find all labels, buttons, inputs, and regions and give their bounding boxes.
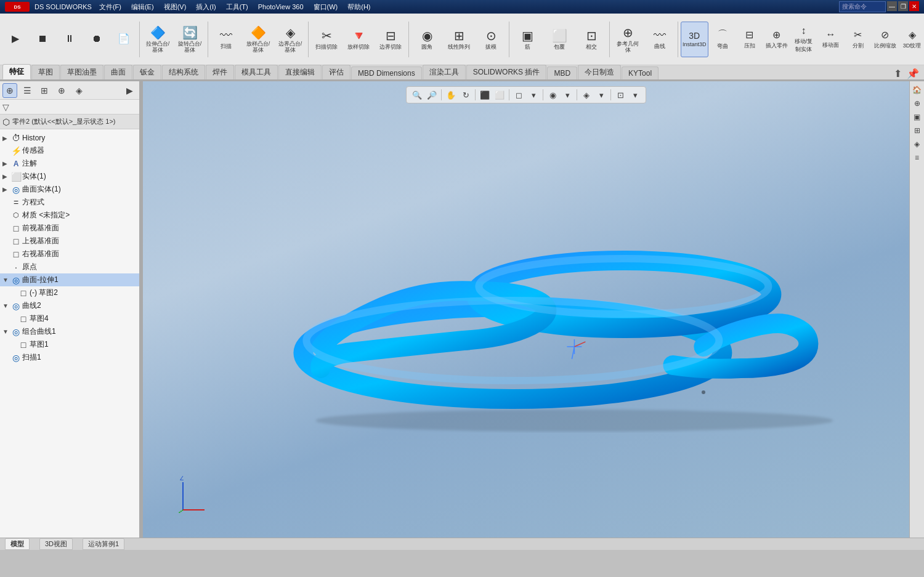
feature-manager-tab[interactable]: ⊕ bbox=[2, 83, 17, 98]
split-button[interactable]: ✂ 分割 bbox=[845, 22, 871, 57]
pin-ribbon-button[interactable]: 📌 bbox=[904, 68, 922, 79]
tree-item-curve2[interactable]: ▼ ◎ 曲线2 bbox=[0, 299, 139, 312]
tab-structure[interactable]: 结构系统 bbox=[162, 65, 205, 79]
move-copy-button[interactable]: ↕ 移动/复制实体 bbox=[791, 22, 817, 57]
status-tab-motion[interactable]: 运动算例1 bbox=[83, 538, 124, 550]
pause-button[interactable]: ⏸ bbox=[57, 22, 83, 57]
tree-item-equations[interactable]: = 方程式 bbox=[0, 196, 139, 209]
right-appearance-button[interactable]: ◈ bbox=[911, 138, 923, 150]
right-home-button[interactable]: 🏠 bbox=[911, 84, 923, 96]
tree-item-material[interactable]: ⬡ 材质 <未指定> bbox=[0, 209, 139, 222]
config-manager-tab[interactable]: ⊞ bbox=[37, 83, 52, 98]
play-button[interactable]: ▶ bbox=[2, 22, 28, 57]
expand-tree-button[interactable]: ▶ bbox=[122, 83, 137, 98]
tab-solidworks-plugins[interactable]: SOLIDWORKS 插件 bbox=[466, 65, 547, 79]
curves-button[interactable]: 〰 曲线 bbox=[644, 22, 675, 57]
bend-button[interactable]: ⌒ 弯曲 bbox=[710, 22, 736, 57]
restore-button[interactable]: ❐ bbox=[898, 1, 908, 11]
menu-file[interactable]: 文件(F) bbox=[97, 2, 124, 12]
tab-evaluate[interactable]: 评估 bbox=[322, 65, 351, 79]
tree-item-composite-curve1[interactable]: ▼ ◎ 组合曲线1 bbox=[0, 325, 139, 338]
section-view-button[interactable]: ⬛ bbox=[478, 88, 492, 102]
move-face-button[interactable]: ↔ 移动面 bbox=[818, 22, 844, 57]
tree-item-origin[interactable]: · 原点 bbox=[0, 260, 139, 273]
record-button[interactable]: ⏺ bbox=[84, 22, 110, 57]
intersect-button[interactable]: ⊡ 相交 bbox=[576, 22, 607, 57]
extrude-boss-button[interactable]: 🔷 拉伸凸台/基体 bbox=[142, 22, 173, 57]
tree-item-right-plane[interactable]: □ 右视基准面 bbox=[0, 248, 139, 260]
indent-button[interactable]: ⊟ 压扣 bbox=[737, 22, 763, 57]
tab-mbd[interactable]: MBD bbox=[547, 67, 577, 79]
right-scene-button[interactable]: ⊞ bbox=[911, 124, 923, 137]
status-tab-3dview[interactable]: 3D视图 bbox=[39, 538, 73, 550]
appearance-button[interactable]: ◈ bbox=[580, 88, 593, 102]
tab-sketch-ink[interactable]: 草图油墨 bbox=[60, 65, 103, 79]
tree-item-sweep1[interactable]: ◎ 扫描1 bbox=[0, 351, 139, 364]
menu-tools[interactable]: 工具(T) bbox=[224, 2, 251, 12]
tree-item-sketch1[interactable]: □ 草图1 bbox=[0, 338, 139, 351]
tree-item-surface-extrude1[interactable]: ▼ ◎ 曲面-拉伸1 bbox=[0, 273, 139, 286]
tree-item-history[interactable]: ▶ ⏱ History bbox=[0, 132, 139, 144]
tab-render[interactable]: 渲染工具 bbox=[423, 65, 466, 79]
search-box[interactable]: 搜索命令 bbox=[839, 1, 886, 12]
wrap-button[interactable]: ⬜ 包覆 bbox=[544, 22, 575, 57]
expand-ribbon-button[interactable]: ⬆ bbox=[891, 68, 904, 79]
menu-insert[interactable]: 插入(I) bbox=[193, 2, 218, 12]
tree-item-sketch4[interactable]: □ 草图4 bbox=[0, 312, 139, 325]
tab-mold[interactable]: 模具工具 bbox=[235, 65, 278, 79]
scale-button[interactable]: ⊘ 比例缩放 bbox=[872, 22, 898, 57]
fillet-button[interactable]: ◉ 圆角 bbox=[411, 22, 442, 57]
boundary-boss-button[interactable]: ◈ 边界凸台/基体 bbox=[275, 22, 306, 57]
rib-button[interactable]: ▣ 筋 bbox=[512, 22, 543, 57]
tab-features[interactable]: 特征 bbox=[2, 64, 31, 79]
sweep-button[interactable]: 〰 扫描 bbox=[211, 22, 241, 57]
tree-item-sensors[interactable]: ⚡ 传感器 bbox=[0, 144, 139, 157]
loft-boss-button[interactable]: 🔶 放样凸台/基体 bbox=[243, 22, 274, 57]
hide-show-button[interactable]: ◉ bbox=[546, 88, 559, 102]
tab-surface[interactable]: 曲面 bbox=[104, 65, 132, 79]
right-view-button[interactable]: ⊕ bbox=[911, 97, 923, 110]
boundary-cut-button[interactable]: ⊟ 边界切除 bbox=[375, 22, 406, 57]
tree-item-front-plane[interactable]: □ 前视基准面 bbox=[0, 222, 139, 235]
right-options-button[interactable]: ≡ bbox=[911, 151, 923, 164]
revolve-boss-button[interactable]: 🔄 旋转凸台/基体 bbox=[174, 22, 205, 57]
linear-pattern-button[interactable]: ⊞ 线性阵列 bbox=[444, 22, 474, 57]
new-button[interactable]: 📄 bbox=[111, 22, 137, 57]
hide-show-arrow[interactable]: ▾ bbox=[561, 88, 574, 102]
menu-help[interactable]: 帮助(H) bbox=[345, 2, 373, 12]
menu-photoview[interactable]: PhotoView 360 bbox=[256, 3, 306, 10]
viewport[interactable]: 🔍 🔎 ✋ ↻ ⬛ ⬜ ◻ ▾ ◉ ▾ ◈ ▾ ⊡ ▾ bbox=[143, 81, 909, 538]
close-button[interactable]: ✕ bbox=[909, 1, 919, 11]
right-display-button[interactable]: ▣ bbox=[911, 111, 923, 123]
tab-sheet-metal[interactable]: 钣金 bbox=[133, 65, 161, 79]
tab-kytool[interactable]: KYTool bbox=[622, 67, 659, 79]
rotate-button[interactable]: ↻ bbox=[459, 88, 472, 102]
tab-sketch[interactable]: 草图 bbox=[31, 65, 60, 79]
display-manager-tab[interactable]: ◈ bbox=[71, 83, 86, 98]
tree-item-solid-bodies[interactable]: ▶ ⬜ 实体(1) bbox=[0, 170, 139, 183]
ref-geo-button[interactable]: ⊕ 参考几何体 bbox=[612, 22, 643, 57]
tree-item-top-plane[interactable]: □ 上视基准面 bbox=[0, 235, 139, 248]
tree-item-sketch2[interactable]: □ (-) 草图2 bbox=[0, 286, 139, 299]
stop-button[interactable]: ⏹ bbox=[30, 22, 55, 57]
tree-item-annotations[interactable]: ▶ A 注解 bbox=[0, 157, 139, 170]
appearance-arrow[interactable]: ▾ bbox=[594, 88, 608, 102]
texture3d-button[interactable]: ◈ 3D纹理 bbox=[899, 22, 924, 57]
pan-button[interactable]: ✋ bbox=[444, 88, 458, 102]
tab-weld[interactable]: 焊件 bbox=[206, 65, 234, 79]
instant3d-button[interactable]: 3D Instant3D bbox=[681, 22, 708, 57]
property-manager-tab[interactable]: ☰ bbox=[20, 83, 34, 98]
tree-item-surface-bodies[interactable]: ▶ ◎ 曲面实体(1) bbox=[0, 183, 139, 196]
draft-button[interactable]: ⊙ 拔模 bbox=[476, 22, 506, 57]
menu-view[interactable]: 视图(V) bbox=[161, 2, 189, 12]
tab-mbd-dimensions[interactable]: MBD Dimensions bbox=[351, 67, 422, 79]
loft-cut-button[interactable]: 🔻 放样切除 bbox=[343, 22, 374, 57]
menu-window[interactable]: 窗口(W) bbox=[311, 2, 341, 12]
zoom-to-fit-button[interactable]: 🔍 bbox=[410, 88, 424, 102]
minimize-button[interactable]: — bbox=[887, 1, 897, 11]
tab-direct-edit[interactable]: 直接编辑 bbox=[278, 65, 322, 79]
insert-part-button[interactable]: ⊕ 插入零件 bbox=[764, 22, 790, 57]
display-style-arrow[interactable]: ▾ bbox=[527, 88, 540, 102]
menu-edit[interactable]: 编辑(E) bbox=[129, 2, 156, 12]
dime-xpert-tab[interactable]: ⊕ bbox=[54, 83, 69, 98]
